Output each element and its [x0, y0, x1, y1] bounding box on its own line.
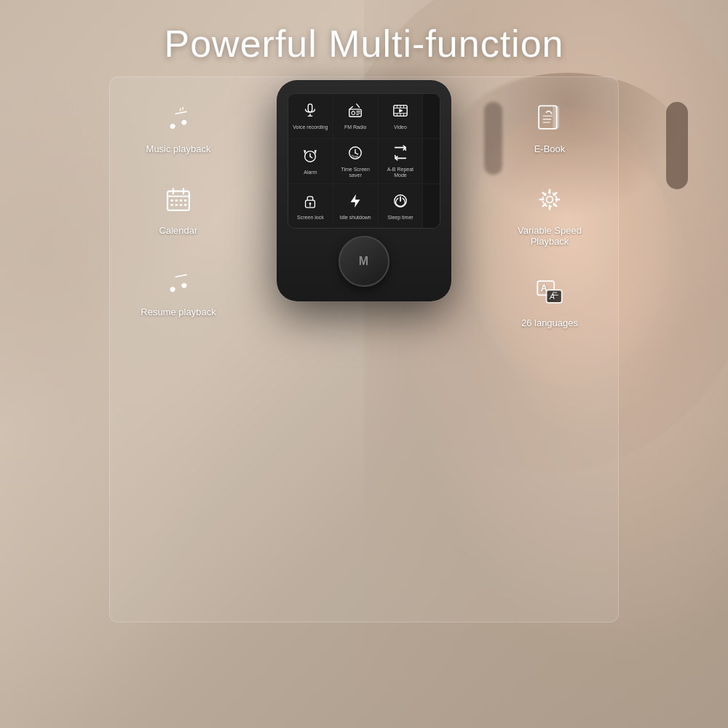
nav-button[interactable]: M [339, 236, 389, 287]
lightning-icon [347, 193, 363, 212]
time-icon: Time [347, 145, 363, 164]
feature-music-playback: Music playback [131, 102, 226, 154]
calendar-label: Calendar [159, 225, 198, 236]
device-wrapper: Voice recording [240, 80, 488, 301]
screen-cell-video[interactable]: Video [379, 94, 423, 138]
lock-label: Screen lock [297, 215, 324, 221]
alarm-label: Alarm [304, 170, 317, 175]
screen-cell-radio[interactable]: FM Radio [333, 94, 378, 138]
svg-point-17 [352, 111, 355, 115]
repeat-icon [392, 145, 408, 164]
feature-ebook: E-Book [502, 102, 597, 154]
lock-icon [302, 193, 318, 212]
svg-line-21 [357, 104, 360, 108]
ebook-label: E-Book [534, 143, 566, 154]
features-layout: Music playback [0, 80, 728, 328]
time-label: Time Screen saver [336, 167, 375, 179]
power-icon [392, 193, 408, 212]
svg-rect-11 [184, 204, 187, 206]
device-bottom: M [287, 236, 441, 287]
screen-cell-empty-1 [423, 94, 440, 138]
resume-icon [162, 265, 194, 302]
svg-rect-5 [175, 199, 178, 202]
svg-rect-12 [309, 104, 313, 112]
resume-label: Resume playback [141, 306, 215, 317]
svg-marker-23 [399, 108, 403, 113]
screen-cell-empty-3 [423, 184, 440, 229]
features-right: E-Book Variable Speed Playback [488, 80, 612, 328]
voice-label: Voice recording [293, 124, 328, 130]
idle-label: Idle shutdown [340, 215, 371, 221]
feature-resume-playback: Resume playback [131, 265, 226, 317]
book-icon [534, 102, 566, 139]
device-screen: Voice recording [288, 93, 440, 229]
mp3-device: Voice recording [277, 80, 451, 301]
video-icon [392, 103, 408, 122]
svg-rect-8 [170, 204, 173, 206]
radio-icon [347, 103, 363, 122]
screen-cell-repeat[interactable]: A-B Repeat Mode [379, 139, 423, 183]
svg-text:A: A [549, 292, 555, 301]
screen-cell-idle[interactable]: Idle shutdown [333, 184, 378, 229]
repeat-label: A-B Repeat Mode [381, 167, 420, 179]
feature-variable-speed: Variable Speed Playback [502, 183, 597, 247]
mic-icon [302, 103, 318, 122]
screen-cell-alarm[interactable]: Alarm [288, 139, 333, 183]
music-label: Music playback [146, 143, 211, 154]
screen-cell-sleep[interactable]: Sleep timer [379, 184, 423, 229]
music-icon [162, 102, 194, 139]
svg-rect-6 [180, 199, 183, 202]
svg-rect-4 [170, 199, 173, 202]
svg-rect-10 [180, 204, 183, 206]
feature-languages: A A 26 languages [502, 276, 597, 328]
alarm-icon [302, 148, 318, 167]
video-label: Video [394, 124, 407, 130]
main-content: Powerful Multi-function Music playback [0, 0, 728, 728]
svg-rect-7 [184, 199, 187, 202]
svg-line-37 [355, 153, 358, 154]
languages-label: 26 languages [521, 317, 578, 328]
svg-line-34 [310, 157, 312, 158]
page-title: Powerful Multi-function [165, 22, 564, 66]
svg-text:Time: Time [352, 155, 359, 159]
radio-label: FM Radio [344, 124, 366, 130]
nav-button-label: M [359, 255, 369, 268]
screen-cell-time[interactable]: Time Time Screen saver [333, 139, 378, 183]
sleep-label: Sleep timer [387, 215, 413, 221]
screen-cell-empty-2 [423, 139, 440, 183]
screen-grid: Voice recording [288, 94, 440, 228]
translate-icon: A A [534, 276, 566, 313]
features-left: Music playback [116, 80, 240, 317]
feature-calendar: Calendar [131, 183, 226, 236]
svg-point-46 [547, 197, 553, 203]
calendar-icon [162, 183, 194, 221]
screen-cell-voice[interactable]: Voice recording [288, 94, 333, 138]
screen-cell-lock[interactable]: Screen lock [288, 184, 333, 229]
svg-rect-9 [175, 204, 178, 206]
gear-icon [534, 183, 566, 221]
variable-speed-label: Variable Speed Playback [502, 225, 597, 247]
svg-marker-42 [351, 194, 360, 207]
